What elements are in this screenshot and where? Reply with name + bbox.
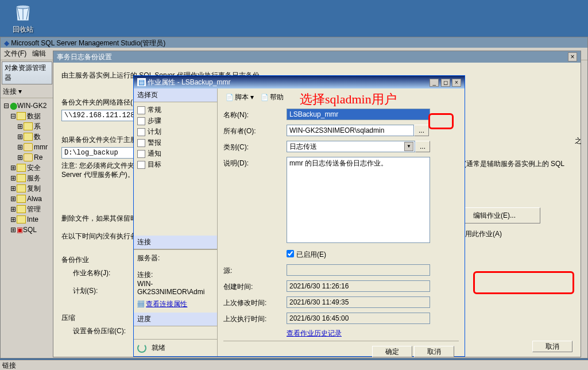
conn-conn-label: 连接: xyxy=(137,270,214,280)
view-conn-link[interactable]: 查看连接属性 xyxy=(146,300,187,308)
desc-label: 说明(D): xyxy=(223,157,287,168)
cancel-button[interactable]: 取消 xyxy=(414,346,454,357)
object-tree[interactable]: ⊟⬤WIN-GK2 ⊟数据 ⊞系 ⊞数 ⊞mmr ⊞Re ⊞安全 ⊞服务 ⊞复制… xyxy=(1,98,53,237)
category-browse-button[interactable]: ... xyxy=(415,141,430,152)
annotation-text: 选择sqladmin用户 xyxy=(300,91,397,108)
recycle-bin-label: 回收站 xyxy=(6,25,40,34)
owner-input[interactable] xyxy=(287,125,414,136)
jobprop-title[interactable]: ▤ 作业属性 - LSBackup_mmr _ ◻ × xyxy=(134,76,465,88)
created-label: 创建时间: xyxy=(223,280,287,292)
source-label: 源: xyxy=(223,264,287,276)
jobprop-left-panel: 选择页 常规 步骤 计划 警报 通知 目标 连接 服务器: 连接: WIN-GK… xyxy=(134,88,218,356)
page-alerts[interactable]: 警报 xyxy=(136,137,215,148)
svg-point-0 xyxy=(16,5,30,9)
help-button[interactable]: 帮助 xyxy=(258,92,286,103)
connect-dropdown[interactable]: 连接 ▾ xyxy=(1,86,53,98)
recycle-bin[interactable]: 回收站 xyxy=(6,0,40,34)
jobprop-right-panel: 脚本 ▾ 帮助 名称(N): 所有者(O): ... 类别(C): 日志传送 ▼… xyxy=(218,88,465,356)
enabled-checkbox[interactable] xyxy=(287,250,294,257)
page-target[interactable]: 目标 xyxy=(136,159,215,170)
name-input[interactable] xyxy=(287,109,430,120)
backup-dlg-title[interactable]: 事务日志备份设置 × xyxy=(53,51,581,63)
connection-header: 连接 xyxy=(134,236,217,249)
progress-status: 就绪 xyxy=(152,344,165,352)
page-notify[interactable]: 通知 xyxy=(136,148,215,159)
owner-label: 所有者(O): xyxy=(223,125,287,136)
page-general[interactable]: 常规 xyxy=(136,105,215,115)
created-value xyxy=(287,280,430,292)
close-icon[interactable]: × xyxy=(568,52,577,61)
lastrun-label: 上次执行时间: xyxy=(223,313,287,324)
name-label: 名称(N): xyxy=(223,109,287,120)
select-page-header: 选择页 xyxy=(134,88,217,102)
statusbar: 链接 xyxy=(0,360,588,370)
minimize-icon[interactable]: _ xyxy=(430,79,439,87)
backup-cancel-button[interactable]: 取消 xyxy=(532,341,572,352)
source-value xyxy=(287,264,430,276)
ok-button[interactable]: 确定 xyxy=(372,346,412,357)
conn-conn-value: WIN-GK2S3NIMEOR\Admi xyxy=(137,280,214,296)
close-icon[interactable]: × xyxy=(452,79,461,87)
progress-header: 进度 xyxy=(134,313,217,326)
page-schedule[interactable]: 计划 xyxy=(136,126,215,137)
modified-value xyxy=(287,296,430,308)
recycle-bin-icon xyxy=(11,0,34,23)
menu-file[interactable]: 文件(F) xyxy=(4,49,26,57)
ssms-title: ◆ Microsoft SQL Server Management Studio… xyxy=(1,37,587,48)
conn-server-label: 服务器: xyxy=(137,253,214,263)
desc-input[interactable] xyxy=(287,157,430,243)
owner-browse-button[interactable]: ... xyxy=(414,125,429,136)
note-right: (通常是辅助服务器实例上的 SQL xyxy=(464,159,564,169)
page-steps[interactable]: 步骤 xyxy=(136,115,215,126)
menu-edit[interactable]: 编辑 xyxy=(32,49,46,57)
note-right-2: 之 xyxy=(575,136,582,146)
maximize-icon[interactable]: ◻ xyxy=(441,79,450,87)
script-dropdown[interactable]: 脚本 ▾ xyxy=(223,92,256,103)
modified-label: 上次修改时间: xyxy=(223,296,287,308)
enabled-label: 已启用(E) xyxy=(296,250,326,260)
category-label: 类别(C): xyxy=(223,141,287,152)
object-explorer-title: 对象资源管理器 xyxy=(2,61,52,84)
job-properties-dialog: ▤ 作业属性 - LSBackup_mmr _ ◻ × 选择页 常规 步骤 计划… xyxy=(133,75,465,357)
lastrun-value xyxy=(287,313,430,324)
chevron-down-icon: ▼ xyxy=(404,142,413,151)
history-link[interactable]: 查看作业历史记录 xyxy=(287,329,342,338)
progress-icon xyxy=(137,344,146,353)
category-dropdown[interactable]: 日志传送 ▼ xyxy=(287,141,415,152)
